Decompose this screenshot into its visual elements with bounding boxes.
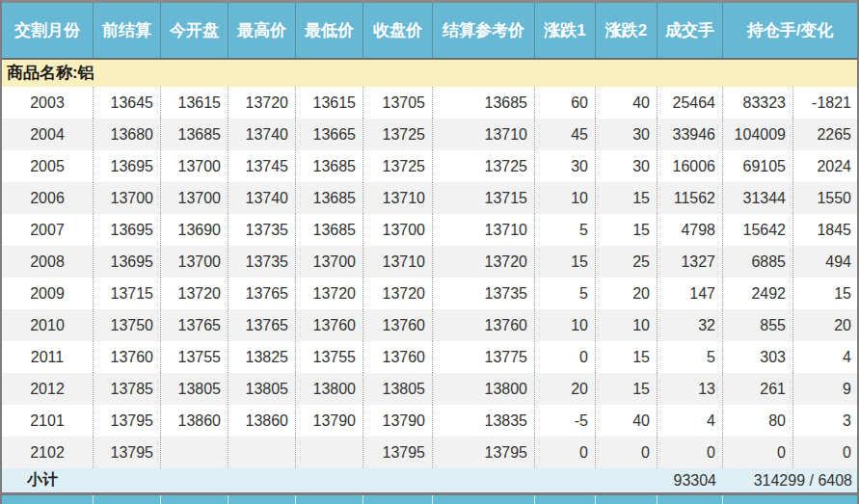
cell-change2: 25	[596, 246, 658, 278]
cell-prev-settlement: 13695	[94, 214, 161, 246]
cell-oi-change: 1550	[793, 182, 857, 214]
cell-change2: 30	[596, 150, 658, 182]
subtotal-label: 小计	[2, 468, 658, 492]
cell-settlement-ref: 13685	[433, 87, 535, 119]
cell-prev-settlement: 13760	[94, 341, 161, 373]
cell-settlement-ref: 13835	[433, 405, 535, 437]
cell-low: 13685	[296, 150, 363, 182]
cell-close: 13720	[363, 278, 433, 309]
cell-delivery-month: 2101	[2, 405, 94, 437]
cell-oi-change: 2265	[793, 119, 857, 150]
cell-prev-settlement: 13695	[94, 246, 161, 278]
cell-change1: 15	[535, 246, 596, 278]
cell-volume: 4	[658, 405, 723, 437]
cell-close: 13805	[363, 373, 433, 405]
cell-change1: 0	[535, 341, 596, 373]
table-row[interactable]: 2102 13795 13795 13795 0 0 0 0 0	[2, 437, 857, 468]
cell-high: 13735	[228, 246, 296, 278]
cell-open: 13615	[161, 87, 228, 119]
table-row[interactable]: 2007 13695 13690 13735 13685 13700 13710…	[2, 214, 857, 246]
cell-low: 13685	[296, 182, 363, 214]
cell-high: 13720	[228, 87, 296, 119]
column-header-open: 今开盘	[161, 3, 228, 58]
column-header-settlement-ref: 结算参考价	[433, 3, 535, 58]
cell-low: 13760	[296, 309, 363, 341]
subtotal-open-interest-change: 314299 / 6408	[723, 468, 857, 492]
cell-settlement-ref: 13710	[433, 214, 535, 246]
table-body: 2003 13645 13615 13720 13615 13705 13685…	[2, 87, 857, 468]
cell-volume: 5	[658, 341, 723, 373]
cell-change2: 20	[596, 278, 658, 309]
table-row[interactable]: 2004 13680 13685 13740 13665 13725 13710…	[2, 119, 857, 150]
cell-volume: 4798	[658, 214, 723, 246]
cell-change1: -5	[535, 405, 596, 437]
cell-change1: 10	[535, 182, 596, 214]
cell-settlement-ref: 13760	[433, 309, 535, 341]
cell-close: 13760	[363, 341, 433, 373]
cell-volume: 11562	[658, 182, 723, 214]
table-row[interactable]: 2003 13645 13615 13720 13615 13705 13685…	[2, 87, 857, 119]
cell-prev-settlement: 13795	[94, 405, 161, 437]
cell-oi-change: 494	[793, 246, 857, 278]
cell-prev-settlement: 13680	[94, 119, 161, 150]
cell-open-interest: 69105	[723, 150, 793, 182]
cell-close: 13700	[363, 214, 433, 246]
column-header-change2: 涨跌2	[596, 3, 658, 58]
cell-open: 13765	[161, 309, 228, 341]
column-header-low: 最低价	[296, 3, 363, 58]
cell-volume: 32	[658, 309, 723, 341]
cell-low: 13615	[296, 87, 363, 119]
table-row[interactable]: 2012 13785 13805 13805 13800 13805 13800…	[2, 373, 857, 405]
cell-oi-change: 9	[793, 373, 857, 405]
cell-close: 13790	[363, 405, 433, 437]
cell-open: 13720	[161, 278, 228, 309]
cell-delivery-month: 2012	[2, 373, 94, 405]
cell-delivery-month: 2009	[2, 278, 94, 309]
cell-prev-settlement: 13700	[94, 182, 161, 214]
cell-change1: 5	[535, 214, 596, 246]
cell-oi-change: 4	[793, 341, 857, 373]
cell-delivery-month: 2006	[2, 182, 94, 214]
cell-oi-change: 2024	[793, 150, 857, 182]
table-row[interactable]: 2005 13695 13700 13745 13685 13725 13725…	[2, 150, 857, 182]
cell-open: 13700	[161, 150, 228, 182]
cell-open-interest: 80	[723, 405, 793, 437]
table-row[interactable]: 2011 13760 13755 13825 13755 13760 13775…	[2, 341, 857, 373]
table-header-row: 交割月份 前结算 今开盘 最高价 最低价 收盘价 结算参考价 涨跌1 涨跌2 成…	[2, 3, 857, 58]
cell-low: 13755	[296, 341, 363, 373]
cell-close: 13705	[363, 87, 433, 119]
cell-high: 13765	[228, 278, 296, 309]
cell-settlement-ref: 13710	[433, 119, 535, 150]
cell-settlement-ref: 13725	[433, 150, 535, 182]
cell-open: 13700	[161, 182, 228, 214]
cell-settlement-ref: 13735	[433, 278, 535, 309]
cell-open: 13700	[161, 246, 228, 278]
cell-settlement-ref: 13800	[433, 373, 535, 405]
cell-low: 13665	[296, 119, 363, 150]
cell-close: 13725	[363, 119, 433, 150]
cell-change1: 45	[535, 119, 596, 150]
cell-settlement-ref: 13795	[433, 437, 535, 468]
cell-open-interest: 855	[723, 309, 793, 341]
cell-volume: 13	[658, 373, 723, 405]
cell-open-interest: 83323	[723, 87, 793, 119]
cell-change2: 10	[596, 309, 658, 341]
cell-open-interest: 15642	[723, 214, 793, 246]
table-row[interactable]: 2006 13700 13700 13740 13685 13710 13715…	[2, 182, 857, 214]
cell-settlement-ref: 13720	[433, 246, 535, 278]
cell-close: 13710	[363, 182, 433, 214]
column-header-prev-settlement: 前结算	[94, 3, 161, 58]
column-header-high: 最高价	[228, 3, 296, 58]
table-row[interactable]: 2009 13715 13720 13765 13720 13720 13735…	[2, 278, 857, 309]
cell-change1: 60	[535, 87, 596, 119]
cell-close: 13795	[363, 437, 433, 468]
futures-quote-table: 交割月份 前结算 今开盘 最高价 最低价 收盘价 结算参考价 涨跌1 涨跌2 成…	[0, 0, 859, 504]
cell-high: 13745	[228, 150, 296, 182]
table-row[interactable]: 2010 13750 13765 13765 13760 13760 13760…	[2, 309, 857, 341]
cell-oi-change: -1821	[793, 87, 857, 119]
product-name-row: 商品名称:铝	[2, 60, 857, 87]
cell-low: 13790	[296, 405, 363, 437]
table-row[interactable]: 2008 13695 13700 13735 13700 13710 13720…	[2, 246, 857, 278]
cell-change2: 15	[596, 214, 658, 246]
table-row[interactable]: 2101 13795 13860 13860 13790 13790 13835…	[2, 405, 857, 437]
